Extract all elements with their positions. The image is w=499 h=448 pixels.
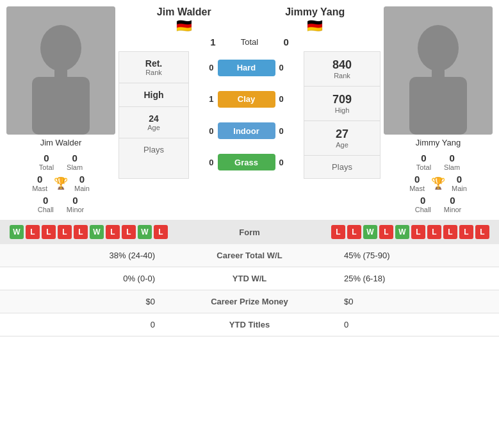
stats-right-0: 45% (75-90) <box>334 244 499 267</box>
player1-name-below: Jim Walder <box>40 138 82 147</box>
surface-hard-row: 0 Hard 0 <box>192 60 300 76</box>
player1-main-label: Main <box>74 185 90 192</box>
form-section: W L L L L W L L W L Form L L W L W L L L… <box>0 220 499 244</box>
form-badge-l4: L <box>74 225 88 239</box>
stats-label-3: YTD Titles <box>165 313 334 336</box>
indoor-right-score: 0 <box>275 126 298 136</box>
svg-rect-6 <box>409 77 467 135</box>
player2-chall-label: Chall <box>415 206 431 213</box>
svg-rect-2 <box>32 77 90 135</box>
main-wrapper: Jim Walder 0 Total 0 Slam 0 Mast 🏆 0 <box>0 0 499 336</box>
form-badge-w3: W <box>138 225 152 239</box>
stats-right-2: $0 <box>334 290 499 313</box>
player2-main-cell: 0 Main <box>452 174 467 192</box>
left-rank-value: Ret. <box>122 58 185 69</box>
clay-badge: Clay <box>218 91 275 108</box>
player2-mast-cell: 0 Mast <box>409 174 425 192</box>
form-badge-r9: L <box>459 225 473 239</box>
player1-chall-label: Chall <box>38 206 54 213</box>
left-player-block: Jim Walder 0 Total 0 Slam 0 Mast 🏆 0 <box>6 6 115 213</box>
player2-minor-cell: 0 Minor <box>444 195 462 213</box>
right-rank-value: 840 <box>307 58 377 72</box>
player1-slam-label: Slam <box>67 163 83 171</box>
hard-left-score: 0 <box>195 63 218 72</box>
svg-point-1 <box>40 25 81 71</box>
player1-chall-value: 0 <box>38 195 54 206</box>
player1-form: W L L L L W L L W L <box>10 225 218 239</box>
player2-total-cell: 0 Total <box>416 153 431 171</box>
right-plays-label: Plays <box>307 162 377 172</box>
player2-chall-value: 0 <box>415 195 431 206</box>
form-badge-r3: W <box>363 225 377 239</box>
form-badge-l2: L <box>42 225 56 239</box>
form-badge-w1: W <box>10 225 24 239</box>
grass-badge: Grass <box>218 154 275 170</box>
right-high-row: 709 High <box>304 87 380 121</box>
player2-name-below: Jimmy Yang <box>416 138 461 147</box>
right-high-label: High <box>307 106 377 114</box>
form-badge-r8: L <box>443 225 457 239</box>
form-badge-l3: L <box>58 225 72 239</box>
clay-left-score: 1 <box>195 94 218 104</box>
player1-total-value: 0 <box>39 153 54 163</box>
player1-slam-value: 0 <box>67 153 83 163</box>
stats-row-2: $0 Career Prize Money $0 <box>0 290 499 313</box>
player-names-row: Jim Walder 🇩🇪 Jimmy Yang 🇩🇪 <box>119 6 380 33</box>
svg-rect-7 <box>432 67 445 80</box>
right-center-stats-box: 840 Rank 709 High 27 Age Plays <box>304 51 380 179</box>
player2-slam-cell: 0 Slam <box>444 153 460 171</box>
total-right: 0 <box>279 37 304 47</box>
player2-total-value: 0 <box>416 153 431 163</box>
form-badge-l1: L <box>26 225 40 239</box>
stats-label-1: YTD W/L <box>165 267 334 290</box>
left-high-value: High <box>122 90 185 100</box>
player1-minor-cell: 0 Minor <box>67 195 85 213</box>
player2-photo <box>384 6 493 135</box>
surface-grass-row: 0 Grass 0 <box>192 154 300 170</box>
surface-indoor-row: 0 Indoor 0 <box>192 122 300 139</box>
total-label: Total <box>221 37 279 47</box>
right-rank-label: Rank <box>307 72 377 79</box>
form-badge-w2: W <box>90 225 104 239</box>
stats-label-0: Career Total W/L <box>165 244 334 267</box>
form-badge-r7: L <box>427 225 441 239</box>
clay-right-score: 0 <box>275 94 298 104</box>
right-rank-row: 840 Rank <box>304 52 380 87</box>
right-plays-row: Plays <box>304 156 380 178</box>
form-badge-r10: L <box>475 225 489 239</box>
center-block: Jim Walder 🇩🇪 Jimmy Yang 🇩🇪 1 Total 0 <box>119 6 380 213</box>
stats-row-1: 0% (0-0) YTD W/L 25% (6-18) <box>0 267 499 290</box>
player1-total-label: Total <box>39 163 54 171</box>
player1-main-cell: 0 Main <box>74 174 90 192</box>
total-left: 1 <box>195 37 221 47</box>
svg-point-5 <box>418 25 459 71</box>
player2-mast-label: Mast <box>409 185 425 192</box>
left-plays-row: Plays <box>119 138 188 161</box>
player2-minor-value: 0 <box>444 195 462 206</box>
player1-slam-cell: 0 Slam <box>67 153 83 171</box>
stats-right-3: 0 <box>334 313 499 336</box>
player1-photo <box>6 6 115 135</box>
stats-left-3: 0 <box>0 313 165 336</box>
stats-left-0: 38% (24-40) <box>0 244 165 267</box>
player1-total-cell: 0 Total <box>39 153 54 171</box>
players-top: Jim Walder 0 Total 0 Slam 0 Mast 🏆 0 <box>0 0 499 220</box>
player1-mast-cell: 0 Mast <box>32 174 47 192</box>
left-age-label: Age <box>122 124 185 131</box>
player1-trophy-icon: 🏆 <box>54 176 68 190</box>
grass-right-score: 0 <box>275 158 298 167</box>
player2-slam-value: 0 <box>444 153 460 163</box>
indoor-left-score: 0 <box>195 126 218 136</box>
left-high-row: High <box>119 83 188 107</box>
player2-main-label: Main <box>452 185 467 192</box>
player1-minor-label: Minor <box>67 206 85 213</box>
player1-minor-value: 0 <box>67 195 85 206</box>
indoor-badge: Indoor <box>218 122 275 139</box>
player2-total-label: Total <box>416 163 431 171</box>
player2-main-value: 0 <box>452 174 467 185</box>
stats-row-3: 0 YTD Titles 0 <box>0 313 499 336</box>
stats-row-0: 38% (24-40) Career Total W/L 45% (75-90) <box>0 244 499 267</box>
right-age-label: Age <box>307 141 377 149</box>
stats-left-2: $0 <box>0 290 165 313</box>
player1-chall-cell: 0 Chall <box>38 195 54 213</box>
